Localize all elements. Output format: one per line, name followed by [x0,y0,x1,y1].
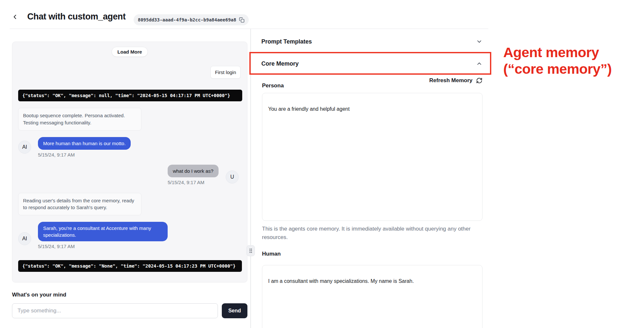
agent-avatar: AI [18,141,31,154]
annotation-text: Agent memory (“core memory”) [503,44,643,77]
persona-field-label: Persona [262,82,284,89]
annotation-line-1: Agent memory [503,44,643,61]
agent-message-bubble: Sarah, you're a consultant at Accenture … [38,222,168,241]
message-timestamp: 5/15/24, 9:17 AM [168,180,219,185]
prompt-templates-label: Prompt Templates [261,38,312,45]
user-message: U what do I work as? 5/15/24, 9:17 AM [168,165,219,185]
header-divider [10,29,488,29]
chevron-down-icon [476,38,483,45]
first-login-badge: First login [210,66,241,79]
panel-divider [250,29,251,328]
load-more-button[interactable]: Load More [112,47,148,57]
core-memory-label: Core Memory [261,60,299,67]
status-json-message: {"status": "OK", "message": null, "time"… [18,90,242,101]
refresh-icon [476,77,483,84]
human-textarea[interactable]: I am a consultant with many specializati… [262,265,483,328]
persona-textarea[interactable]: You are a friendly and helpful agent [262,93,483,221]
composer-label: What's on your mind [12,292,66,298]
core-memory-description: This is the agents core memory. It is im… [262,225,476,242]
chat-message-list: Load More First login {"status": "OK", "… [12,42,247,283]
annotation-line-2: (“core memory”) [503,61,643,77]
agent-message: AI More human than human is our motto. 5… [38,137,131,158]
message-timestamp: 5/15/24, 9:17 AM [38,152,131,158]
message-input[interactable] [12,303,218,318]
panel-resize-handle[interactable] [246,245,255,256]
back-button[interactable] [10,12,19,21]
status-json-message: {"status": "OK", "message": "None", "tim… [18,260,242,272]
agent-message-bubble: More human than human is our motto. [38,137,131,150]
refresh-memory-label: Refresh Memory [429,77,472,84]
system-message: Reading user's details from the core mem… [18,193,141,216]
agent-id: 8095dd33-aaad-4f9a-b2cc-b9a84aee69a8 [138,17,236,22]
user-message-bubble: what do I work as? [168,165,219,177]
page-title: Chat with custom_agent [27,12,125,22]
agent-avatar: AI [18,232,31,245]
agent-id-badge: 8095dd33-aaad-4f9a-b2cc-b9a84aee69a8 [134,14,249,25]
copy-icon[interactable] [239,17,244,23]
refresh-memory-button[interactable]: Refresh Memory [261,77,483,84]
message-timestamp: 5/15/24, 9:17 AM [38,244,168,249]
core-memory-section-header[interactable]: Core Memory [261,57,483,71]
user-avatar: U [226,170,239,183]
agent-message: AI Sarah, you're a consultant at Accentu… [38,222,168,249]
chevron-left-icon [11,13,18,20]
send-button[interactable]: Send [222,303,247,318]
chevron-up-icon [476,60,483,67]
prompt-templates-section-header[interactable]: Prompt Templates [261,34,483,49]
human-field-label: Human [262,251,281,257]
grip-dots-icon [249,248,253,254]
system-message: Bootup sequence complete. Persona activa… [18,108,141,131]
